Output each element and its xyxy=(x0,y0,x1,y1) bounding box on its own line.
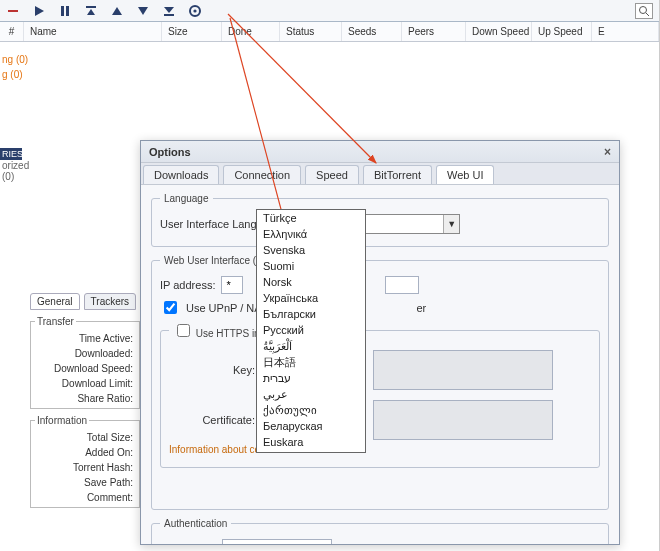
language-option[interactable]: Українська xyxy=(257,290,365,306)
language-option[interactable]: Svenska xyxy=(257,242,365,258)
row-dl-limit: Download Limit: xyxy=(35,376,135,391)
svg-rect-4 xyxy=(86,6,96,8)
row-share: Share Ratio: xyxy=(35,391,135,406)
svg-line-13 xyxy=(646,13,649,16)
svg-marker-5 xyxy=(87,9,95,15)
language-option[interactable]: Euskara xyxy=(257,434,365,450)
information-group: Information Total Size: Added On: Torren… xyxy=(30,415,140,508)
sidebar-filter-1[interactable]: ng (0) xyxy=(0,54,22,65)
row-hash: Torrent Hash: xyxy=(35,460,135,475)
col-down-speed[interactable]: Down Speed xyxy=(466,22,532,41)
dialog-titlebar[interactable]: Options × xyxy=(141,141,619,163)
https-group: Use HTTPS inst Key: Certificate: Informa… xyxy=(160,321,600,468)
col-name[interactable]: Name xyxy=(24,22,162,41)
cert-label: Certificate: xyxy=(169,414,261,426)
key-label: Key: xyxy=(169,364,261,376)
row-time-active: Time Active: xyxy=(35,331,135,346)
col-up-speed[interactable]: Up Speed xyxy=(532,22,592,41)
language-group: Language User Interface Language: ▼ xyxy=(151,193,609,247)
cert-textarea[interactable] xyxy=(373,400,553,440)
sidebar-filter-2[interactable]: g (0) xyxy=(0,69,22,80)
col-done[interactable]: Done xyxy=(222,22,280,41)
key-textarea[interactable] xyxy=(373,350,553,390)
language-option[interactable]: עברית xyxy=(257,370,365,386)
webui-group: Web User Interface (Re IP address: Use U… xyxy=(151,255,609,510)
username-input[interactable] xyxy=(222,539,332,544)
svg-rect-0 xyxy=(8,10,18,12)
row-save-path: Save Path: xyxy=(35,475,135,490)
dialog-tabs: Downloads Connection Speed BitTorrent We… xyxy=(141,163,619,185)
torrent-columns: # Name Size Done Status Seeds Peers Down… xyxy=(0,22,659,42)
tab-bittorrent[interactable]: BitTorrent xyxy=(363,165,432,184)
row-added-on: Added On: xyxy=(35,445,135,460)
move-top-icon[interactable] xyxy=(84,4,98,18)
ip-label: IP address: xyxy=(160,279,215,291)
col-size[interactable]: Size xyxy=(162,22,222,41)
cert-info-link[interactable]: Information about cert xyxy=(169,444,266,455)
svg-point-11 xyxy=(193,9,196,12)
row-total-size: Total Size: xyxy=(35,430,135,445)
svg-marker-1 xyxy=(35,6,44,16)
search-box[interactable] xyxy=(635,3,653,19)
transfer-legend: Transfer xyxy=(35,316,76,327)
tab-speed[interactable]: Speed xyxy=(305,165,359,184)
language-option[interactable]: Ελληνικά xyxy=(257,226,365,242)
username-label: Username: xyxy=(160,542,216,544)
close-icon[interactable]: × xyxy=(604,145,611,159)
language-option[interactable]: اَلْعَرَبِيَّةُ xyxy=(257,338,365,354)
remove-icon[interactable] xyxy=(6,4,20,18)
move-down-icon[interactable] xyxy=(136,4,150,18)
language-option[interactable]: tiếng Việt xyxy=(257,450,365,453)
svg-marker-7 xyxy=(138,7,148,15)
auth-group: Authentication Username: Password: Bypas… xyxy=(151,518,609,544)
language-option[interactable]: عربي xyxy=(257,386,365,402)
upnp-tail: er xyxy=(416,302,426,314)
tab-webui[interactable]: Web UI xyxy=(436,165,494,184)
svg-rect-9 xyxy=(164,14,174,16)
col-num[interactable]: # xyxy=(0,22,24,41)
language-option[interactable]: ქართული xyxy=(257,402,365,418)
toolbar xyxy=(0,0,659,22)
options-dialog: Options × Downloads Connection Speed Bit… xyxy=(140,140,620,545)
play-icon[interactable] xyxy=(32,4,46,18)
row-downloaded: Downloaded: xyxy=(35,346,135,361)
ip-input[interactable] xyxy=(221,276,243,294)
svg-marker-6 xyxy=(112,7,122,15)
language-dropdown[interactable]: TürkçeΕλληνικάSvenskaSuomiNorskУкраїнськ… xyxy=(256,209,366,453)
tab-connection[interactable]: Connection xyxy=(223,165,301,184)
svg-rect-2 xyxy=(61,6,64,16)
move-bottom-icon[interactable] xyxy=(162,4,176,18)
transfer-group: Transfer Time Active: Downloaded: Downlo… xyxy=(30,316,140,409)
col-peers[interactable]: Peers xyxy=(402,22,466,41)
chevron-down-icon[interactable]: ▼ xyxy=(443,215,459,233)
row-comment: Comment: xyxy=(35,490,135,505)
language-legend: Language xyxy=(160,193,213,204)
tab-downloads[interactable]: Downloads xyxy=(143,165,219,184)
language-option[interactable]: Suomi xyxy=(257,258,365,274)
svg-point-12 xyxy=(640,6,647,13)
sidebar: ng (0) g (0) RIES orized (0) xyxy=(0,42,22,542)
pause-icon[interactable] xyxy=(58,4,72,18)
col-status[interactable]: Status xyxy=(280,22,342,41)
row-dl-speed: Download Speed: xyxy=(35,361,135,376)
tab-trackers[interactable]: Trackers xyxy=(84,293,137,310)
https-checkbox[interactable] xyxy=(177,324,190,337)
svg-marker-8 xyxy=(164,7,174,13)
col-seeds[interactable]: Seeds xyxy=(342,22,402,41)
details-panel: General Trackers Transfer Time Active: D… xyxy=(30,293,140,514)
sidebar-uncategorized[interactable]: orized (0) xyxy=(0,160,22,182)
language-option[interactable]: Български xyxy=(257,306,365,322)
language-option[interactable]: Беларуская xyxy=(257,418,365,434)
col-e[interactable]: E xyxy=(592,22,659,41)
language-option[interactable]: Norsk xyxy=(257,274,365,290)
information-legend: Information xyxy=(35,415,89,426)
language-option[interactable]: Русский xyxy=(257,322,365,338)
language-option[interactable]: 日本語 xyxy=(257,354,365,370)
upnp-checkbox[interactable] xyxy=(164,301,177,314)
port-input[interactable] xyxy=(385,276,419,294)
sidebar-categories-header[interactable]: RIES xyxy=(0,148,22,160)
tab-general[interactable]: General xyxy=(30,293,80,310)
gear-icon[interactable] xyxy=(188,4,202,18)
move-up-icon[interactable] xyxy=(110,4,124,18)
language-option[interactable]: Türkçe xyxy=(257,210,365,226)
